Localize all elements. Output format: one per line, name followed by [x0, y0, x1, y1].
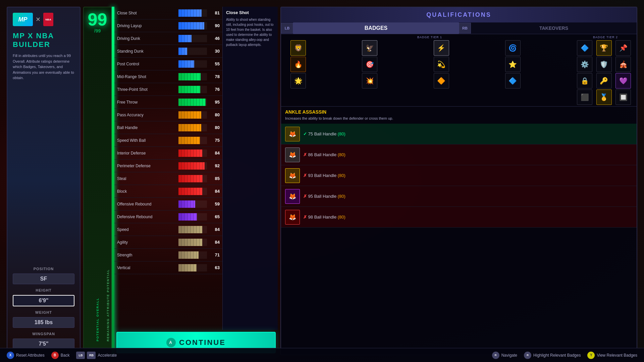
remaining-label: REMAINING ATTRIBUTE POTENTIAL [106, 269, 110, 342]
attribute-value: 46 [210, 36, 220, 41]
reset-button[interactable]: X Reset Attributes [7, 352, 45, 359]
requirement-row[interactable]: 🦊✗ 86 Ball Handle (80) [281, 144, 637, 165]
badge-grid-tier2: 🔷 🏆 📌 ⚙️ 🛡️ 🎪 🔒 🔑 💜 ⬛ 🥇 🔲 [577, 40, 634, 105]
view-badges-button[interactable]: Y View Relevant Badges [587, 352, 637, 359]
lb-button[interactable]: LB [281, 23, 293, 34]
badge-item[interactable]: 🔥 [290, 57, 306, 72]
badge-icon: 🔲 [619, 93, 628, 101]
badge-item[interactable]: 🏆 [596, 40, 612, 56]
badge-item[interactable]: ⬛ [577, 89, 592, 105]
attribute-row[interactable]: Close Shot81 [114, 7, 222, 19]
attribute-row[interactable]: Standing Dunk30 [114, 45, 222, 58]
r-button-icon2: R [524, 352, 531, 359]
attribute-row[interactable]: Steal85 [114, 172, 222, 185]
attribute-row[interactable]: Speed With Ball75 [114, 134, 222, 147]
attribute-row[interactable]: Perimeter Defense92 [114, 160, 222, 172]
attribute-name: Perimeter Defense [117, 164, 176, 168]
requirement-text: ✗ 93 Ball Handle (80) [303, 173, 345, 178]
badge-item[interactable]: 🌀 [505, 40, 521, 56]
badge-icon: ⚙️ [581, 60, 589, 68]
badge-item[interactable]: ⭐ [505, 57, 521, 72]
attribute-row[interactable]: Vertical63 [114, 261, 222, 274]
badge-icon: 🦅 [366, 44, 374, 52]
attribute-row[interactable]: Driving Dunk46 [114, 32, 222, 45]
takeovers-tab[interactable]: TAKEOVERS [471, 23, 637, 34]
attribute-bar [178, 35, 192, 42]
requirement-row[interactable]: 🦊✗ 98 Ball Handle (80) [281, 207, 637, 228]
attribute-row[interactable]: Post Control55 [114, 58, 222, 70]
height-value[interactable]: 6'9" [13, 295, 74, 306]
attribute-value: 81 [210, 10, 220, 15]
attribute-row[interactable]: Ball Handle80 [114, 121, 222, 134]
badge-item[interactable]: 🥇 [596, 89, 612, 105]
attribute-bar-container [178, 175, 207, 182]
attribute-row[interactable]: Three-Point Shot76 [114, 83, 222, 96]
attribute-row[interactable]: Strength71 [114, 249, 222, 261]
attribute-name: Three-Point Shot [117, 87, 176, 92]
requirement-row[interactable]: 🦊✗ 95 Ball Handle (80) [281, 186, 637, 207]
badge-item[interactable]: 🔒 [577, 73, 592, 88]
attribute-value: 30 [210, 49, 220, 54]
back-button[interactable]: B Back [51, 352, 70, 359]
attribute-row[interactable]: Block84 [114, 185, 222, 198]
badge-item[interactable]: 💫 [434, 57, 449, 72]
attribute-value: 84 [210, 240, 220, 245]
badge-item[interactable]: ⚙️ [577, 57, 592, 72]
attribute-row[interactable]: Pass Accuracy80 [114, 109, 222, 121]
requirement-row[interactable]: 🦊✗ 93 Ball Handle (80) [281, 165, 637, 186]
badge-item[interactable]: 🎪 [615, 57, 631, 72]
attribute-row[interactable]: Interior Defense84 [114, 147, 222, 160]
badge-item[interactable]: 🌟 [290, 73, 306, 88]
badge-item[interactable]: 🛡️ [596, 57, 612, 72]
badges-tab[interactable]: BADGES [293, 22, 459, 34]
overall-current: 99 [88, 11, 107, 28]
attribute-bar [178, 86, 200, 93]
badge-item[interactable]: 🔑 [596, 73, 612, 88]
attribute-row[interactable]: Mid-Range Shot78 [114, 70, 222, 83]
requirement-text: ✗ 86 Ball Handle (80) [303, 152, 345, 157]
badge-icon: 🎪 [619, 60, 628, 68]
requirement-badge: 🦊 [285, 127, 300, 141]
badge-icon: ⚡ [437, 44, 445, 52]
continue-a-icon: A [166, 338, 176, 347]
badge-item[interactable]: 🔶 [434, 73, 449, 88]
attribute-row[interactable]: Driving Layup90 [114, 19, 222, 32]
highlight-button[interactable]: R Highlight Relevant Badges [524, 352, 581, 359]
attribute-row[interactable]: Agility84 [114, 236, 222, 249]
requirement-row[interactable]: 🦊✓ 75 Ball Handle (80) [281, 124, 637, 144]
attribute-row[interactable]: Speed84 [114, 223, 222, 236]
badge-item[interactable]: 📌 [615, 40, 631, 56]
badge-item[interactable]: 🔷 [577, 40, 592, 56]
ankle-assassin-section: ANKLE ASSASSIN Increases the ability to … [281, 106, 637, 124]
attribute-bar [178, 9, 202, 17]
attribute-name: Driving Layup [117, 23, 176, 28]
attribute-value: 80 [210, 112, 220, 117]
badge-item[interactable]: 🦅 [362, 40, 377, 56]
requirement-badge: 🦊 [285, 189, 300, 204]
attribute-value: 63 [210, 265, 220, 270]
badge-item[interactable]: 🎯 [362, 57, 377, 72]
navigate-button[interactable]: R Navigate [492, 352, 517, 359]
attribute-bar [178, 48, 187, 55]
tooltip-container: Close Shot Ability to shoot when standin… [222, 7, 278, 330]
attribute-row[interactable]: Offensive Rebound59 [114, 198, 222, 210]
requirement-badge: 🦊 [285, 147, 300, 162]
badge-item[interactable]: 🔷 [505, 73, 521, 88]
attribute-row[interactable]: Defensive Rebound65 [114, 210, 222, 223]
badge-item[interactable]: 🔲 [615, 89, 631, 105]
attribute-name: Vertical [117, 265, 176, 270]
attribute-name: Agility [117, 240, 176, 245]
attribute-row[interactable]: Free Throw95 [114, 96, 222, 109]
accelerate-button[interactable]: LB RB Accelerate [76, 352, 117, 359]
tier2-label: BADGE TIER 2 [577, 36, 634, 39]
badge-item[interactable]: 💜 [615, 73, 631, 88]
ankle-assassin-desc: Increases the ability to break down the … [285, 116, 633, 121]
badge-item[interactable]: 🦁 [290, 40, 306, 56]
badge-item[interactable]: 💥 [362, 73, 377, 88]
attribute-name: Mid-Range Shot [117, 74, 176, 79]
attribute-value: 71 [210, 252, 220, 257]
mp-logo: MP [13, 13, 33, 26]
rb-button[interactable]: RB [459, 23, 471, 34]
badge-icon: 💥 [366, 77, 374, 85]
badge-item[interactable]: ⚡ [434, 40, 449, 56]
